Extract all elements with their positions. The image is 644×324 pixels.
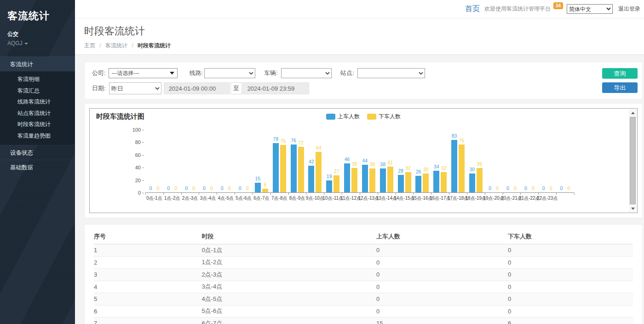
table-cell: 5 [94,293,201,306]
bar-value-label: 44 [362,158,368,163]
bar-group: 64 [316,130,322,192]
table-cell: 2点-3点 [201,269,376,281]
breadcrumb-separator: / [132,42,133,49]
station-select[interactable] [357,68,425,78]
table-cell: 5点-6点 [201,305,376,318]
notification-badge[interactable]: 34 [553,2,563,9]
bar-value-label: 46 [345,156,350,162]
x-axis-tick [199,193,199,195]
bar-group: 0 [226,130,232,192]
company-select[interactable]: ---请选择--- [109,68,178,78]
bar-group: 0 [237,130,243,192]
bar-value-label: 0 [550,185,552,191]
scrollbar-up-arrow[interactable] [629,109,637,116]
bar-value-label: 32 [405,165,411,171]
breadcrumb-home[interactable]: 主页 [84,42,95,49]
sidebar-item-基础数据[interactable]: 基础数据 [0,160,75,174]
date-from-input[interactable] [164,82,230,94]
org-selector[interactable]: AQGJ [7,40,68,46]
table-cell: 0 [376,269,508,281]
bar-group: 27 [334,130,339,192]
bar-group: 19 [326,130,332,192]
bar-group: 38 [380,130,386,192]
scrollbar-down-arrow[interactable] [629,205,637,212]
bar-value-label: 0 [524,185,527,191]
x-axis-tick [181,193,182,195]
bar-group: 0 [148,130,154,192]
sidebar-subitem-客流量趋势图[interactable]: 客流量趋势图 [0,130,75,142]
bar-下车人数 [369,168,375,192]
legend-item-下车人数[interactable]: 下车人数 [367,113,401,121]
date-to-input[interactable] [242,82,309,94]
bar-group: 30 [423,130,429,192]
bar-value-label: 0 [149,185,152,191]
x-axis-tick [145,193,146,195]
bar-group: 0 [166,130,172,192]
x-axis-tick [360,193,360,195]
scrollbar-thumb[interactable] [630,117,636,204]
bar-value-label: 19 [327,174,332,179]
bar-value-label: 26 [416,169,421,174]
table-cell: 7 [94,318,201,324]
bar-下车人数 [441,172,447,192]
bar-下车人数 [423,174,429,192]
bar-value-label: 0 [203,185,206,191]
welcome-text: 欢迎使用客流统计管理平台 [484,5,551,13]
table-cell: 6 [508,318,633,324]
line-select[interactable] [204,68,255,78]
language-select[interactable]: 简体中文 [567,4,613,14]
vehicle-select[interactable] [281,68,332,78]
table-body: 10点-1点0021点-2点0032点-3点0043点-4点0054点-5点00… [94,244,633,324]
sidebar-item-客流统计[interactable]: 客流统计 [0,57,75,71]
chart-scrollbar[interactable] [629,109,637,212]
sidebar-subitem-时段客流统计[interactable]: 时段客流统计 [0,119,75,130]
x-axis-label: 15点-16点 [413,195,431,202]
date-preset-select[interactable]: 昨日 [109,82,161,94]
sidebar-subitem-线路客流统计[interactable]: 线路客流统计 [0,96,75,108]
home-link[interactable]: 首页 [465,4,480,14]
main-area: 首页 欢迎使用客流统计管理平台 34 简体中文 退出登录 时段客流统计 主页 /… [75,0,644,324]
chart-category: 00 [556,130,574,192]
table-cell: 1点-2点 [201,256,376,269]
search-button[interactable]: 查询 [602,68,638,79]
sidebar-subitem-站点客流统计[interactable]: 站点客流统计 [0,108,75,119]
bar-group: 0 [512,130,518,192]
table-cell: 3点-4点 [201,281,376,293]
x-axis-tick [270,193,271,195]
bar-value-label: 32 [441,165,447,171]
x-axis-tick [288,193,289,195]
chart-category: 2832 [396,130,414,192]
export-button[interactable]: 导出 [602,82,638,93]
x-axis-label: 10点-11点 [324,195,342,202]
bar-value-label: 15 [255,176,261,181]
bar-value-label: 72 [298,140,304,145]
bar-group: 30 [469,130,475,192]
x-axis-label: 4点-5点 [217,195,235,202]
bar-value-label: 0 [210,185,213,191]
x-axis-tick [485,193,485,195]
bar-group: 78 [273,130,279,192]
filter-row-1: 公司: ---请选择--- 线路: 车辆: 站点: [92,68,642,78]
bar-value-label: 39 [477,161,482,167]
app-root: 客流统计 公交 AQGJ 客流统计客流明细客流汇总线路客流统计站点客流统计时段客… [0,0,644,324]
sidebar-item-设备状态[interactable]: 设备状态 [0,145,75,160]
bar-value-label: 42 [309,159,314,164]
bar-上车人数 [344,163,350,192]
sidebar-subitem-客流明细[interactable]: 客流明细 [0,74,75,85]
sidebar-subitem-客流汇总[interactable]: 客流汇总 [0,85,75,97]
bar-下车人数 [298,147,304,192]
chart-x-labels: 0点-1点1点-2点2点-3点3点-4点4点-5点5点-6点6点-7点7点-8点… [145,195,574,202]
table-header-row: 序号时段上车人数下车人数 [94,230,633,244]
bar-上车人数 [398,175,404,192]
bar-group: 0 [487,130,493,192]
bar-group: 0 [548,130,554,192]
legend-item-上车人数[interactable]: 上车人数 [326,113,360,121]
chart-category: 00 [199,130,217,192]
bar-group: 0 [566,130,572,192]
breadcrumb-section[interactable]: 客流统计 [105,42,127,49]
chart-category: 00 [520,130,538,192]
chart-category: 00 [485,130,503,192]
table-cell: 0 [508,256,633,269]
x-axis-label: 5点-6点 [235,195,253,202]
logout-link[interactable]: 退出登录 [618,5,640,13]
